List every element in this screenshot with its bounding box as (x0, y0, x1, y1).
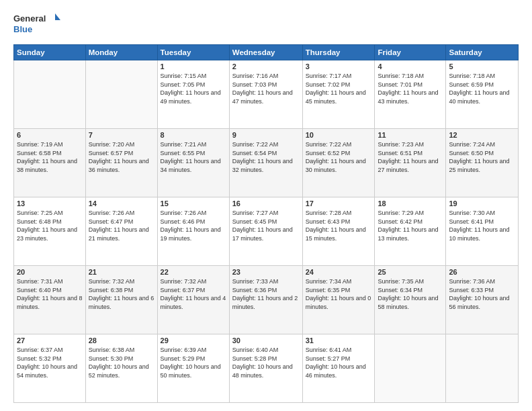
calendar-table: SundayMondayTuesdayWednesdayThursdayFrid… (13, 44, 519, 403)
day-cell: 8Sunrise: 7:21 AM Sunset: 6:55 PM Daylig… (157, 129, 229, 197)
day-info: Sunrise: 7:35 AM Sunset: 6:34 PM Dayligh… (378, 277, 443, 311)
day-number: 22 (161, 268, 226, 276)
day-cell: 21Sunrise: 7:32 AM Sunset: 6:38 PM Dayli… (85, 266, 157, 334)
day-info: Sunrise: 7:19 AM Sunset: 6:58 PM Dayligh… (17, 140, 83, 174)
day-info: Sunrise: 6:37 AM Sunset: 5:32 PM Dayligh… (17, 346, 83, 379)
week-row-3: 13Sunrise: 7:25 AM Sunset: 6:48 PM Dayli… (14, 197, 519, 266)
day-number: 4 (378, 62, 443, 71)
day-number: 7 (89, 131, 154, 139)
day-cell: 30Sunrise: 6:40 AM Sunset: 5:28 PM Dayli… (229, 334, 302, 403)
day-info: Sunrise: 7:29 AM Sunset: 6:42 PM Dayligh… (378, 209, 443, 242)
day-cell: 15Sunrise: 7:26 AM Sunset: 6:46 PM Dayli… (157, 197, 229, 266)
day-number: 17 (306, 199, 372, 208)
day-cell (375, 334, 446, 403)
day-info: Sunrise: 7:22 AM Sunset: 6:54 PM Dayligh… (232, 140, 300, 174)
day-cell (85, 60, 157, 129)
day-info: Sunrise: 7:36 AM Sunset: 6:33 PM Dayligh… (449, 277, 515, 311)
day-cell: 28Sunrise: 6:38 AM Sunset: 5:30 PM Dayli… (85, 334, 157, 403)
day-number: 25 (378, 268, 443, 276)
day-cell: 2Sunrise: 7:16 AM Sunset: 7:03 PM Daylig… (229, 60, 302, 129)
day-number: 29 (161, 336, 226, 345)
day-info: Sunrise: 7:33 AM Sunset: 6:36 PM Dayligh… (232, 277, 300, 311)
day-cell: 31Sunrise: 6:41 AM Sunset: 5:27 PM Dayli… (302, 334, 375, 403)
day-number: 9 (232, 131, 300, 139)
col-header-friday: Friday (375, 45, 446, 60)
day-cell: 10Sunrise: 7:22 AM Sunset: 6:52 PM Dayli… (302, 129, 375, 197)
day-cell: 1Sunrise: 7:15 AM Sunset: 7:05 PM Daylig… (157, 60, 229, 129)
day-number: 31 (306, 336, 372, 345)
day-info: Sunrise: 7:28 AM Sunset: 6:43 PM Dayligh… (306, 209, 372, 242)
day-number: 27 (17, 336, 83, 345)
day-info: Sunrise: 6:38 AM Sunset: 5:30 PM Dayligh… (89, 346, 154, 379)
day-info: Sunrise: 7:20 AM Sunset: 6:57 PM Dayligh… (89, 140, 154, 174)
day-number: 21 (89, 268, 154, 276)
day-info: Sunrise: 7:26 AM Sunset: 6:46 PM Dayligh… (161, 209, 226, 242)
day-info: Sunrise: 6:40 AM Sunset: 5:28 PM Dayligh… (232, 346, 300, 379)
day-number: 10 (306, 131, 372, 139)
day-cell: 13Sunrise: 7:25 AM Sunset: 6:48 PM Dayli… (14, 197, 86, 266)
day-cell: 29Sunrise: 6:39 AM Sunset: 5:29 PM Dayli… (157, 334, 229, 403)
day-number: 19 (449, 199, 515, 208)
day-cell (446, 334, 519, 403)
day-number: 26 (449, 268, 515, 276)
day-number: 2 (232, 62, 300, 71)
day-info: Sunrise: 7:23 AM Sunset: 6:51 PM Dayligh… (378, 140, 443, 174)
day-cell: 12Sunrise: 7:24 AM Sunset: 6:50 PM Dayli… (446, 129, 519, 197)
day-cell: 11Sunrise: 7:23 AM Sunset: 6:51 PM Dayli… (375, 129, 446, 197)
svg-text:General: General (13, 13, 46, 24)
day-info: Sunrise: 7:24 AM Sunset: 6:50 PM Dayligh… (449, 140, 515, 174)
day-info: Sunrise: 7:15 AM Sunset: 7:05 PM Dayligh… (161, 72, 226, 105)
day-info: Sunrise: 7:30 AM Sunset: 6:41 PM Dayligh… (449, 209, 515, 242)
day-number: 24 (306, 268, 372, 276)
col-header-wednesday: Wednesday (229, 45, 302, 60)
day-cell: 14Sunrise: 7:26 AM Sunset: 6:47 PM Dayli… (85, 197, 157, 266)
day-number: 5 (449, 62, 515, 71)
generalblue-logo-icon: General Blue (13, 11, 60, 38)
day-info: Sunrise: 6:39 AM Sunset: 5:29 PM Dayligh… (161, 346, 226, 379)
day-cell: 18Sunrise: 7:29 AM Sunset: 6:42 PM Dayli… (375, 197, 446, 266)
week-row-5: 27Sunrise: 6:37 AM Sunset: 5:32 PM Dayli… (14, 334, 519, 403)
day-number: 16 (232, 199, 300, 208)
day-info: Sunrise: 7:25 AM Sunset: 6:48 PM Dayligh… (17, 209, 83, 242)
day-cell: 7Sunrise: 7:20 AM Sunset: 6:57 PM Daylig… (85, 129, 157, 197)
day-info: Sunrise: 7:31 AM Sunset: 6:40 PM Dayligh… (17, 277, 83, 311)
day-number: 12 (449, 131, 515, 139)
day-cell: 5Sunrise: 7:18 AM Sunset: 6:59 PM Daylig… (446, 60, 519, 129)
day-number: 1 (161, 62, 226, 71)
col-header-monday: Monday (85, 45, 157, 60)
day-cell: 25Sunrise: 7:35 AM Sunset: 6:34 PM Dayli… (375, 266, 446, 334)
day-number: 30 (232, 336, 300, 345)
day-info: Sunrise: 7:22 AM Sunset: 6:52 PM Dayligh… (306, 140, 372, 174)
day-number: 28 (89, 336, 154, 345)
day-info: Sunrise: 7:27 AM Sunset: 6:45 PM Dayligh… (232, 209, 300, 242)
week-row-2: 6Sunrise: 7:19 AM Sunset: 6:58 PM Daylig… (14, 129, 519, 197)
day-number: 14 (89, 199, 154, 208)
header: General Blue (13, 11, 519, 38)
day-info: Sunrise: 7:32 AM Sunset: 6:37 PM Dayligh… (161, 277, 226, 311)
day-number: 3 (306, 62, 372, 71)
week-row-1: 1Sunrise: 7:15 AM Sunset: 7:05 PM Daylig… (14, 60, 519, 129)
day-cell: 23Sunrise: 7:33 AM Sunset: 6:36 PM Dayli… (229, 266, 302, 334)
day-number: 15 (161, 199, 226, 208)
day-info: Sunrise: 7:16 AM Sunset: 7:03 PM Dayligh… (232, 72, 300, 105)
day-info: Sunrise: 7:18 AM Sunset: 6:59 PM Dayligh… (449, 72, 515, 105)
day-number: 23 (232, 268, 300, 276)
day-number: 6 (17, 131, 83, 139)
col-header-sunday: Sunday (14, 45, 86, 60)
svg-text:Blue: Blue (13, 24, 32, 34)
day-cell: 26Sunrise: 7:36 AM Sunset: 6:33 PM Dayli… (446, 266, 519, 334)
week-row-4: 20Sunrise: 7:31 AM Sunset: 6:40 PM Dayli… (14, 266, 519, 334)
day-cell: 4Sunrise: 7:18 AM Sunset: 7:01 PM Daylig… (375, 60, 446, 129)
day-cell: 27Sunrise: 6:37 AM Sunset: 5:32 PM Dayli… (14, 334, 86, 403)
day-number: 18 (378, 199, 443, 208)
day-info: Sunrise: 7:26 AM Sunset: 6:47 PM Dayligh… (89, 209, 154, 242)
day-number: 11 (378, 131, 443, 139)
calendar-header-row: SundayMondayTuesdayWednesdayThursdayFrid… (14, 45, 519, 60)
day-info: Sunrise: 7:21 AM Sunset: 6:55 PM Dayligh… (161, 140, 226, 174)
day-cell (14, 60, 86, 129)
day-info: Sunrise: 6:41 AM Sunset: 5:27 PM Dayligh… (306, 346, 372, 379)
day-cell: 22Sunrise: 7:32 AM Sunset: 6:37 PM Dayli… (157, 266, 229, 334)
day-number: 20 (17, 268, 83, 276)
day-cell: 20Sunrise: 7:31 AM Sunset: 6:40 PM Dayli… (14, 266, 86, 334)
logo: General Blue (13, 11, 60, 38)
